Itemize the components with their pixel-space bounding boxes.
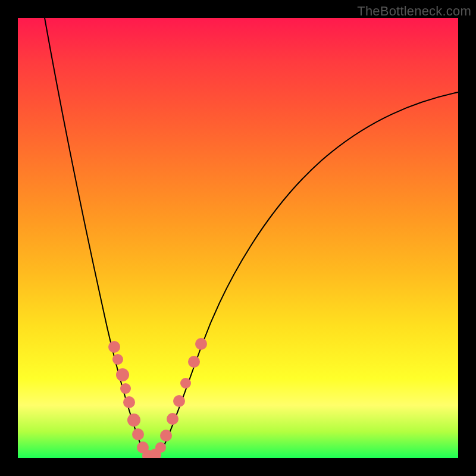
bead <box>188 356 200 368</box>
bead <box>132 428 144 440</box>
chart-frame: TheBottleneck.com <box>0 0 476 476</box>
bead <box>127 414 140 427</box>
left-beads <box>108 341 154 458</box>
bead <box>108 341 120 353</box>
plot-area <box>18 18 458 458</box>
bead <box>180 378 191 389</box>
watermark-text: TheBottleneck.com <box>357 4 471 19</box>
bead <box>155 442 166 453</box>
left-branch-curve <box>45 18 148 457</box>
bead <box>123 396 135 408</box>
bead <box>112 354 123 365</box>
right-branch-curve <box>148 92 458 458</box>
bead <box>116 368 129 381</box>
bead <box>160 430 172 441</box>
bead <box>167 413 178 425</box>
bead <box>195 338 207 350</box>
curve-layer <box>18 18 458 458</box>
bead <box>173 395 185 407</box>
bead <box>120 383 131 394</box>
